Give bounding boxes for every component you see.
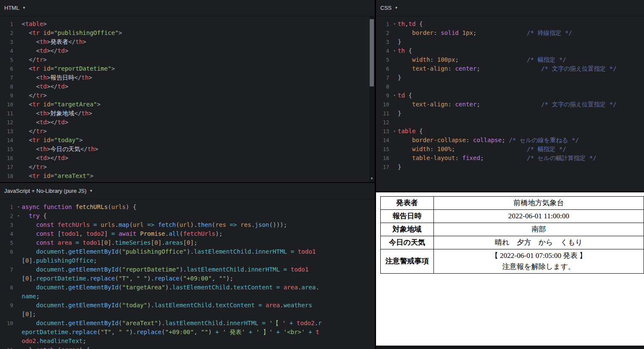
code-text[interactable]: [0].publishingOffice; — [22, 256, 97, 265]
scroll-down-arrow-icon[interactable]: ▼ — [369, 177, 375, 181]
code-text[interactable]: <tr id="publishingOffice"> — [22, 29, 122, 37]
fold-arrow-icon[interactable]: ▾ — [391, 20, 398, 29]
code-text[interactable]: const fetchUrls = urls.map(url => fetch(… — [22, 220, 287, 229]
code-line[interactable]: 7 document.getElementById("reportDatetim… — [0, 265, 375, 274]
code-line[interactable]: 3 <th>発表者</th> — [0, 37, 375, 46]
code-line[interactable]: 8 <td></td> — [0, 82, 375, 91]
code-line[interactable]: 2▾ try { — [0, 212, 375, 220]
code-line[interactable]: 12 — [376, 118, 644, 127]
code-text[interactable]: } — [398, 109, 401, 118]
code-line[interactable]: 8 document.getElementById("targetArea").… — [0, 283, 375, 292]
code-text[interactable]: text-align: center; /* 文字の揃え位置指定 */ — [398, 64, 616, 73]
html-panel-header[interactable]: HTML ▼ — [0, 0, 375, 16]
code-line[interactable]: 6 <tr id="reportDatetime"> — [0, 64, 375, 73]
code-text[interactable]: [0]; — [22, 310, 36, 319]
code-text[interactable]: width: 100px; /* 幅指定 */ — [398, 55, 566, 64]
scrollbar-thumb[interactable] — [370, 19, 374, 86]
code-text[interactable]: } catch (error) { — [22, 346, 90, 349]
code-line[interactable]: 17} — [376, 163, 644, 172]
code-text[interactable]: <td></td> — [22, 118, 68, 127]
code-line[interactable]: 15 width: 100%; /* 幅指定 */ — [376, 145, 644, 154]
js-panel-header[interactable]: JavaScript + No-Library (pure JS) ▼ — [0, 183, 375, 199]
code-text[interactable]: </tr> — [22, 55, 47, 64]
css-panel-header[interactable]: CSS ▼ — [376, 0, 644, 16]
code-line[interactable]: 11} — [376, 109, 644, 118]
code-line[interactable]: 1<table> — [0, 20, 375, 29]
code-line[interactable]: 2 <tr id="publishingOffice"> — [0, 29, 375, 37]
code-text[interactable]: name; — [22, 292, 40, 301]
code-line[interactable]: 4 const [todo1, todo2] = await Promise.a… — [0, 229, 375, 238]
code-line[interactable]: 8 — [376, 82, 644, 91]
code-line[interactable]: 9▾td { — [376, 91, 644, 100]
code-line[interactable]: 18 <tr id="areaText"> — [0, 172, 375, 180]
chevron-down-icon[interactable]: ▼ — [22, 6, 26, 10]
code-line[interactable]: 11 <th>対象地域</th> — [0, 109, 375, 118]
code-line[interactable]: 7 <th>報告日時</th> — [0, 73, 375, 82]
code-text[interactable]: td { — [398, 91, 412, 100]
code-line[interactable]: 5 </tr> — [0, 55, 375, 64]
code-text[interactable]: th { — [398, 46, 412, 55]
code-text[interactable]: const area = todo1[0].timeSeries[0].area… — [22, 238, 197, 247]
code-text[interactable]: <tr id="reportDatetime"> — [22, 64, 115, 73]
code-line[interactable]: [0].reportDatetime.replace("T", " ").rep… — [0, 274, 375, 283]
fold-arrow-icon[interactable]: ▾ — [15, 203, 22, 212]
code-line[interactable]: 1▾th,td { — [376, 20, 644, 29]
code-text[interactable]: text-align: center; /* 文字の揃え位置指定 */ — [398, 100, 616, 109]
code-line[interactable]: 9 </tr> — [0, 91, 375, 100]
code-text[interactable]: th,td { — [398, 20, 423, 29]
code-line[interactable]: 9 document.getElementById("today").lastE… — [0, 301, 375, 310]
code-line[interactable]: odo2.headlineText; — [0, 337, 375, 346]
code-text[interactable]: } — [398, 73, 401, 82]
code-line[interactable]: 6 text-align: center; /* 文字の揃え位置指定 */ — [376, 64, 644, 73]
code-line[interactable]: [0].publishingOffice; — [0, 256, 375, 265]
code-text[interactable]: try { — [22, 212, 47, 220]
code-text[interactable]: </tr> — [22, 91, 47, 100]
code-text[interactable]: <th>対象地域</th> — [22, 109, 92, 118]
code-text[interactable]: </tr> — [22, 127, 47, 136]
code-line[interactable]: 11 } catch (error) { — [0, 346, 375, 349]
code-line[interactable]: 14 <tr id="today"> — [0, 136, 375, 145]
code-line[interactable]: 16 table-layout: fixed; /* セルの幅計算指定 */ — [376, 154, 644, 163]
code-line[interactable]: 6 document.getElementById("publishingOff… — [0, 247, 375, 256]
code-text[interactable]: } — [398, 37, 401, 46]
code-text[interactable]: document.getElementById("targetArea").la… — [22, 283, 319, 292]
code-text[interactable]: border: solid 1px; /* 枠線指定 */ — [398, 29, 572, 37]
code-text[interactable]: odo2.headlineText; — [22, 337, 86, 346]
js-code-editor[interactable]: 1▾async function fetchURLs(urls) {2▾ try… — [0, 199, 375, 349]
code-line[interactable]: 13▾table { — [376, 127, 644, 136]
code-line[interactable]: name; — [0, 292, 375, 301]
code-text[interactable]: <td></td> — [22, 154, 68, 163]
code-text[interactable]: document.getElementById("today").lastEle… — [22, 301, 312, 310]
code-line[interactable]: 12 <td></td> — [0, 118, 375, 127]
code-line[interactable]: 17 </tr> — [0, 163, 375, 172]
code-line[interactable]: eportDatetime.replace("T", " ").replace(… — [0, 328, 375, 337]
code-line[interactable]: 2 border: solid 1px; /* 枠線指定 */ — [376, 29, 644, 37]
code-line[interactable]: 13 </tr> — [0, 127, 375, 136]
code-text[interactable]: <tr id="targetArea"> — [22, 100, 100, 109]
code-line[interactable]: 15 <th>今日の天気</th> — [0, 145, 375, 154]
code-text[interactable]: document.getElementById("reportDatetime"… — [22, 265, 308, 274]
code-line[interactable]: 16 <td></td> — [0, 154, 375, 163]
code-line[interactable]: 3 const fetchUrls = urls.map(url => fetc… — [0, 220, 375, 229]
code-text[interactable]: </tr> — [22, 163, 47, 172]
code-text[interactable]: <th>発表者</th> — [22, 37, 86, 46]
html-editor-scrollbar[interactable]: ▼ — [368, 16, 375, 182]
code-text[interactable]: document.getElementById("publishingOffic… — [22, 247, 316, 256]
code-text[interactable]: eportDatetime.replace("T", " ").replace(… — [22, 328, 319, 337]
code-text[interactable]: <th>報告日時</th> — [22, 73, 92, 82]
code-text[interactable]: table { — [398, 127, 423, 136]
fold-arrow-icon[interactable]: ▾ — [391, 46, 398, 55]
console-bar[interactable] — [376, 346, 644, 349]
code-text[interactable]: <tr id="today"> — [22, 136, 83, 145]
code-text[interactable]: <th>今日の天気</th> — [22, 145, 98, 154]
code-line[interactable]: [0]; — [0, 310, 375, 319]
code-text[interactable]: [0].reportDatetime.replace("T", " ").rep… — [22, 274, 233, 283]
code-line[interactable]: 1▾async function fetchURLs(urls) { — [0, 203, 375, 212]
code-text[interactable]: border-collapse: collapse; /* セルの線を重ねる *… — [398, 136, 579, 145]
css-code-editor[interactable]: 1▾th,td {2 border: solid 1px; /* 枠線指定 */… — [376, 16, 644, 191]
code-text[interactable]: <table> — [22, 20, 47, 29]
code-text[interactable]: table-layout: fixed; /* セルの幅計算指定 */ — [398, 154, 596, 163]
chevron-down-icon[interactable]: ▼ — [395, 6, 398, 10]
code-text[interactable]: async function fetchURLs(urls) { — [22, 203, 137, 212]
code-text[interactable]: width: 100%; /* 幅指定 */ — [398, 145, 566, 154]
